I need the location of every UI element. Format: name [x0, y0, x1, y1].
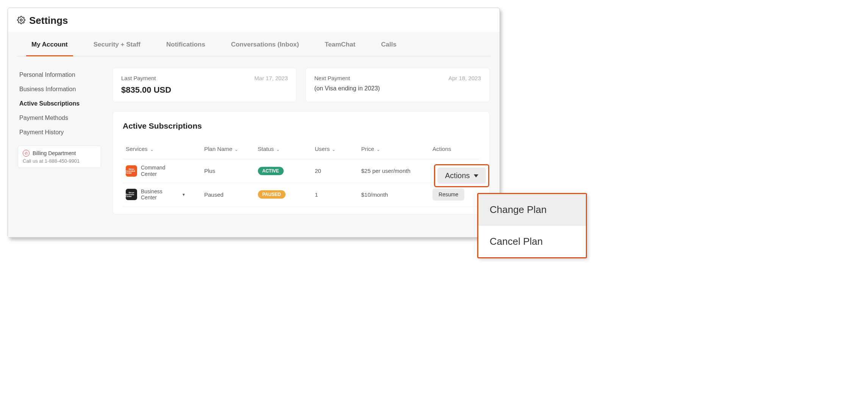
next-payment-date: Apr 18, 2023: [448, 75, 481, 81]
chevron-down-icon: ⌄: [276, 147, 280, 152]
sidebar: Personal Information Business Informatio…: [18, 68, 101, 214]
menu-item-cancel-plan[interactable]: Cancel Plan: [478, 225, 586, 257]
sidebar-item-personal-info[interactable]: Personal Information: [18, 68, 101, 82]
subscriptions-card: Active Subscriptions Services⌄ Plan Name…: [112, 111, 490, 214]
next-payment-card: Next Payment Apr 18, 2023 (on Visa endin…: [306, 68, 490, 102]
last-payment-label: Last Payment: [121, 75, 156, 81]
status-badge: PAUSED: [258, 190, 286, 199]
subscriptions-title: Active Subscriptions: [123, 121, 479, 131]
actions-dropdown-button[interactable]: Actions: [437, 168, 486, 184]
service-name: Command Center: [141, 165, 175, 177]
phone-icon: ✆: [23, 150, 30, 157]
last-payment-date: Mar 17, 2023: [254, 75, 288, 81]
caret-down-icon: [474, 174, 478, 177]
sidebar-item-active-subscriptions[interactable]: Active Subscriptions: [18, 96, 101, 111]
last-payment-amount: $835.00 USD: [121, 85, 288, 95]
col-actions: Actions: [429, 146, 479, 159]
table-row: thryv Business Center Business Center ▼ …: [123, 183, 479, 207]
tab-calls[interactable]: Calls: [376, 32, 402, 56]
gear-icon: [17, 16, 25, 26]
col-plan[interactable]: Plan Name⌄: [201, 146, 254, 159]
billing-card: ✆ Billing Department Call us at 1-888-45…: [18, 146, 101, 168]
actions-button-callout: Actions: [434, 164, 489, 187]
last-payment-card: Last Payment Mar 17, 2023 $835.00 USD: [112, 68, 297, 102]
service-cell: thryv Business Center Business Center ▼: [126, 188, 198, 201]
settings-window: Settings My Account Security + Staff Not…: [8, 8, 500, 238]
sidebar-item-payment-methods[interactable]: Payment Methods: [18, 111, 101, 125]
service-icon: thryv Command Center: [126, 165, 137, 177]
col-status[interactable]: Status⌄: [255, 146, 312, 159]
service-cell: thryv Command Center Command Center: [126, 165, 198, 177]
menu-item-change-plan[interactable]: Change Plan: [478, 194, 586, 225]
service-name: Business Center: [141, 188, 175, 201]
resume-button[interactable]: Resume: [432, 188, 464, 200]
svg-point-0: [20, 19, 22, 21]
summary-row: Last Payment Mar 17, 2023 $835.00 USD Ne…: [112, 68, 490, 102]
plan-name: Paused: [201, 183, 254, 207]
next-payment-detail: (on Visa ending in 2023): [314, 85, 481, 92]
price: $10/month: [358, 183, 429, 207]
plan-name: Plus: [201, 159, 254, 183]
chevron-down-icon: ⌄: [332, 147, 336, 152]
billing-head: ✆ Billing Department: [23, 150, 96, 157]
billing-subtitle: Call us at 1-888-450-9901: [23, 158, 96, 164]
chevron-down-icon: ⌄: [150, 147, 154, 152]
users-count: 20: [312, 159, 358, 183]
sidebar-item-payment-history[interactable]: Payment History: [18, 125, 101, 140]
tab-conversations[interactable]: Conversations (Inbox): [226, 32, 304, 56]
next-payment-label: Next Payment: [314, 75, 350, 81]
chevron-down-icon: ⌄: [376, 147, 380, 152]
tab-security-staff[interactable]: Security + Staff: [88, 32, 146, 56]
price: $25 per user/month: [358, 159, 429, 183]
table-row: thryv Command Center Command Center Plus…: [123, 159, 479, 183]
chevron-down-icon: ⌄: [234, 147, 238, 152]
tab-notifications[interactable]: Notifications: [161, 32, 211, 56]
tab-my-account[interactable]: My Account: [26, 32, 73, 56]
subscriptions-table: Services⌄ Plan Name⌄ Status⌄ Users⌄ Pric…: [123, 146, 479, 207]
actions-dropdown-menu: Change Plan Cancel Plan: [477, 193, 587, 258]
status-badge: ACTIVE: [258, 167, 284, 175]
col-services[interactable]: Services⌄: [123, 146, 201, 159]
col-price[interactable]: Price⌄: [358, 146, 429, 159]
main: Last Payment Mar 17, 2023 $835.00 USD Ne…: [112, 68, 490, 214]
window-header: Settings: [8, 8, 500, 32]
sidebar-item-business-info[interactable]: Business Information: [18, 82, 101, 96]
expand-caret-icon[interactable]: ▼: [182, 193, 186, 197]
tabs: My Account Security + Staff Notification…: [17, 32, 490, 56]
col-users[interactable]: Users⌄: [312, 146, 358, 159]
billing-title: Billing Department: [33, 150, 76, 156]
content: Personal Information Business Informatio…: [8, 56, 500, 214]
users-count: 1: [312, 183, 358, 207]
service-icon: thryv Business Center: [126, 189, 137, 200]
page-title: Settings: [29, 15, 68, 26]
tab-teamchat[interactable]: TeamChat: [319, 32, 361, 56]
window-body: My Account Security + Staff Notification…: [8, 32, 500, 237]
